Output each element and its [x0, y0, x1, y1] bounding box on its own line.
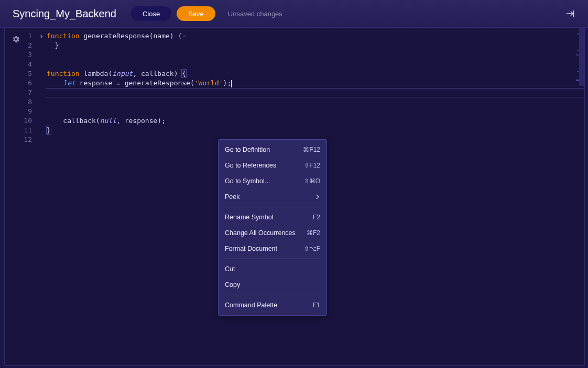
- chevron-right-icon: [315, 194, 320, 199]
- blank-line: [46, 107, 584, 116]
- context-menu-item[interactable]: Format Document⇧⌥F: [219, 241, 326, 257]
- context-menu-item[interactable]: Command PaletteF1: [219, 297, 326, 313]
- context-menu-item[interactable]: Go to Symbol...⇧⌘O: [219, 173, 326, 189]
- line-number: 5: [5, 69, 32, 79]
- save-button[interactable]: Save: [177, 6, 215, 21]
- blank-line: [46, 97, 584, 107]
- settings-gear-icon[interactable]: [12, 36, 19, 43]
- param-rest: , callback): [133, 70, 182, 77]
- context-menu-label: Peek: [225, 193, 315, 200]
- context-menu-label: Go to References: [225, 162, 304, 169]
- keyword-function: function: [47, 32, 80, 40]
- expr-tail: );: [223, 79, 232, 87]
- context-menu-item[interactable]: Go to Definition⌘F12: [219, 142, 326, 158]
- callback-call: callback(: [47, 117, 100, 125]
- context-menu-label: Change All Occurrences: [225, 229, 307, 237]
- context-menu-label: Rename Symbol: [225, 214, 313, 221]
- keyboard-shortcut: ⇧⌘O: [304, 177, 320, 185]
- expand-panel-icon[interactable]: [564, 7, 576, 20]
- line-number-gutter: 123456789101112: [5, 31, 37, 365]
- blank-line: [46, 50, 584, 60]
- keyboard-shortcut: ⌘F2: [307, 229, 320, 237]
- expr-assign: response = generateResponse(: [75, 79, 194, 87]
- context-menu-label: Go to Definition: [225, 146, 303, 153]
- blank-line: [46, 88, 584, 97]
- line-number: 10: [5, 116, 32, 126]
- line-number: 12: [5, 135, 32, 144]
- brace-close: }: [47, 126, 51, 134]
- indent: [47, 79, 63, 87]
- scrollbar-thumb[interactable]: [579, 28, 584, 86]
- close-button[interactable]: Close: [131, 6, 171, 21]
- line-number: 6: [5, 79, 32, 88]
- context-menu-label: Command Palette: [225, 302, 313, 309]
- line-number: 3: [5, 50, 32, 60]
- string-literal: 'World': [194, 79, 223, 87]
- context-menu-item[interactable]: Rename SymbolF2: [219, 209, 326, 225]
- blank-line: [46, 60, 584, 69]
- text-cursor: [231, 80, 232, 87]
- context-menu-label: Go to Symbol...: [225, 177, 304, 185]
- editor-context-menu[interactable]: Go to Definition⌘F12Go to References⇧F12…: [218, 139, 327, 316]
- context-menu-separator: [224, 207, 321, 207]
- line-number: 7: [5, 88, 32, 97]
- unsaved-status: Unsaved changes: [228, 10, 282, 18]
- page-title: Syncing_My_Backend: [13, 8, 116, 20]
- line-number: 11: [5, 126, 32, 135]
- symbol-lambda: lambda: [80, 70, 108, 77]
- context-menu-label: Copy: [225, 281, 320, 288]
- context-menu-label: Cut: [225, 265, 320, 273]
- brace-open: {: [182, 70, 186, 77]
- line-number: 4: [5, 60, 32, 69]
- keyword-function: function: [47, 70, 80, 77]
- folded-ellipsis-icon[interactable]: ⋯: [183, 32, 187, 39]
- keyboard-shortcut: ⌘F12: [303, 146, 320, 153]
- context-menu-item[interactable]: Cut: [219, 261, 326, 277]
- fold-chevron-icon[interactable]: ›: [37, 31, 46, 41]
- context-menu-item[interactable]: Go to References⇧F12: [219, 158, 326, 173]
- line-number: 8: [5, 97, 32, 107]
- context-menu-item[interactable]: Change All Occurrences⌘F2: [219, 225, 326, 241]
- context-menu-item[interactable]: Copy: [219, 277, 326, 293]
- line-number: 9: [5, 107, 32, 116]
- context-menu-item[interactable]: Peek: [219, 189, 326, 205]
- context-menu-label: Format Document: [225, 245, 304, 252]
- vertical-scrollbar[interactable]: [579, 28, 584, 365]
- context-menu-separator: [224, 259, 321, 259]
- keyboard-shortcut: ⇧F12: [304, 162, 320, 169]
- callback-tail: , response);: [116, 117, 166, 125]
- keyboard-shortcut: ⇧⌥F: [304, 245, 320, 252]
- symbol-generateResponse: generateResponse: [80, 32, 149, 40]
- title-bar: Syncing_My_Backend Close Save Unsaved ch…: [0, 0, 588, 28]
- keyboard-shortcut: F1: [313, 302, 320, 309]
- closing-brace: }: [47, 41, 59, 49]
- context-menu-separator: [224, 295, 321, 295]
- keyword-null: null: [100, 117, 116, 125]
- fold-gutter[interactable]: ›: [37, 31, 46, 365]
- signature: (name) {: [149, 32, 182, 40]
- param-input: input: [112, 70, 133, 77]
- keyword-let: let: [63, 79, 75, 87]
- keyboard-shortcut: F2: [313, 214, 320, 221]
